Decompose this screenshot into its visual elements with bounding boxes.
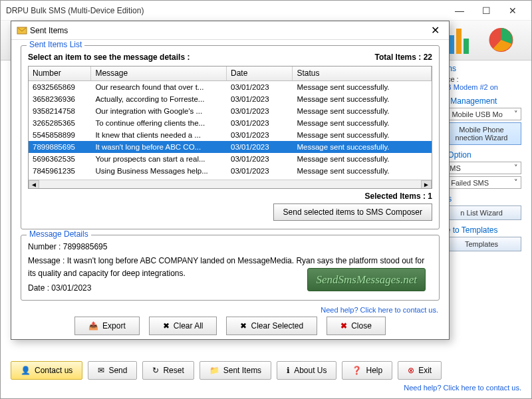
list-legend: Sent Items List	[27, 40, 84, 49]
details-fieldset: Message Details Number : 7899885695 Mess…	[21, 235, 440, 301]
send-button[interactable]: ✉Send	[88, 361, 137, 380]
device-dropdown[interactable]: S Mobile USB Mo˅	[442, 108, 521, 120]
dialog-help-link[interactable]: Need help? Click here to contact us.	[22, 306, 438, 314]
details-legend: Message Details	[27, 229, 91, 239]
info-icon: ℹ	[287, 366, 290, 375]
person-icon: 👤	[21, 366, 31, 375]
table-row[interactable]: 5545858899It knew that clients needed a …	[29, 129, 432, 141]
items-grid[interactable]: Number Message Date Status 6932565869Our…	[28, 66, 432, 189]
svg-rect-1	[449, 35, 454, 54]
dialog-close-btn[interactable]: ✖Close	[327, 317, 386, 335]
send-to-composer-button[interactable]: Send selected items to SMS Composer	[273, 203, 432, 221]
maximize-button[interactable]: ☐	[473, 1, 499, 21]
chevron-down-icon: ˅	[514, 164, 518, 172]
clear-selected-button[interactable]: ✖Clear Selected	[226, 317, 317, 335]
about-button[interactable]: ℹAbout Us	[277, 361, 336, 380]
col-number[interactable]: Number	[29, 66, 91, 80]
close-icon: ✖	[340, 321, 347, 331]
dialog-close-button[interactable]: ✕	[427, 24, 444, 37]
sent-items-icon	[17, 25, 27, 36]
svg-rect-2	[456, 29, 462, 54]
help-link[interactable]: Need help? Click here to contact us.	[11, 384, 521, 392]
bottom-toolbar: 👤Contact us ✉Send ↻Reset 📁Sent Items ℹAb…	[1, 358, 531, 395]
help-icon: ❓	[352, 366, 362, 375]
list-fieldset: Sent Items List Select an item to see th…	[21, 45, 440, 229]
table-row[interactable]: 6932565869Our research found that over t…	[29, 81, 432, 93]
dialog-titlebar: Sent Items ✕	[11, 21, 449, 40]
instruction-text: Select an item to see the message detail…	[28, 53, 190, 62]
main-titlebar: DRPU Bulk SMS (Multi-Device Edition) — ☐…	[1, 1, 531, 21]
scroll-right-arrow[interactable]: ►	[421, 180, 432, 189]
options-header: ions	[442, 64, 521, 73]
templates-header: ge to Templates	[442, 225, 521, 235]
table-row[interactable]: 3265285365To continue offering clients t…	[29, 117, 432, 129]
watermark: SendSmsMessages.net	[307, 268, 426, 291]
main-window: DRPU Bulk SMS (Multi-Device Edition) — ☐…	[0, 0, 532, 399]
exit-button[interactable]: ⊗Exit	[398, 361, 442, 380]
clear-selected-icon: ✖	[240, 321, 247, 331]
help-button[interactable]: ❓Help	[342, 361, 392, 380]
table-row[interactable]: 5696362535Your prospects can start a rea…	[29, 153, 432, 165]
failed-sms-dropdown[interactable]: n Failed SMS˅	[442, 176, 521, 189]
chevron-down-icon: ˅	[514, 178, 518, 187]
table-row[interactable]: 8956235485Conversational messaging, al..…	[29, 177, 432, 180]
folder-icon: 📁	[209, 366, 219, 375]
scroll-left-arrow[interactable]: ◄	[29, 180, 39, 189]
close-button[interactable]: ✕	[499, 1, 526, 21]
export-button[interactable]: 📤Export	[74, 317, 140, 335]
dialog-title: Sent Items	[30, 26, 427, 35]
export-icon: 📤	[88, 321, 98, 331]
detail-number: Number : 7899885695	[28, 241, 432, 253]
pie-chart-icon	[481, 25, 521, 55]
table-row[interactable]: 7899885695It wasn't long before ABC CO..…	[29, 141, 432, 153]
envelope-icon: ✉	[98, 366, 104, 375]
list-wizard-button[interactable]: n List Wizard	[442, 205, 521, 220]
right-panel: ions vice : SB Modem #2 on ta Management…	[442, 64, 521, 253]
table-row[interactable]: 7845961235Using Business Messages help..…	[29, 165, 432, 177]
sent-items-dialog: Sent Items ✕ Sent Items List Select an i…	[11, 21, 450, 340]
device-link[interactable]: SB Modem #2 on	[442, 83, 521, 91]
exit-icon: ⊗	[408, 366, 414, 375]
main-title: DRPU Bulk SMS (Multi-Device Edition)	[6, 6, 446, 15]
refresh-icon: ↻	[152, 366, 159, 375]
contact-us-button[interactable]: 👤Contact us	[11, 361, 82, 380]
reset-button[interactable]: ↻Reset	[142, 361, 194, 380]
templates-button[interactable]: Templates	[442, 237, 521, 251]
table-row[interactable]: 3658236936Actually, according to Forrest…	[29, 93, 432, 105]
svg-rect-3	[464, 39, 469, 54]
sent-items-button[interactable]: 📁Sent Items	[200, 361, 271, 380]
clear-all-button[interactable]: ✖Clear All	[149, 317, 217, 335]
col-status[interactable]: Status	[293, 66, 432, 80]
table-row[interactable]: 9358214758Our integration with Google's …	[29, 105, 432, 117]
selected-count: Selected Items : 1	[28, 192, 432, 201]
device-label: vice :	[442, 75, 521, 83]
total-items: Total Items : 22	[375, 53, 433, 62]
chevron-down-icon: ˅	[514, 110, 518, 118]
clear-icon: ✖	[163, 321, 170, 331]
connection-wizard-button[interactable]: Mobile Phone nnection Wizard	[442, 122, 521, 145]
col-message[interactable]: Message	[91, 66, 227, 80]
horizontal-scrollbar[interactable]: ◄ ►	[29, 180, 432, 189]
minimize-button[interactable]: —	[446, 1, 473, 21]
delay-header: y Option	[442, 150, 521, 160]
col-date[interactable]: Date	[227, 66, 293, 80]
management-header: ta Management	[442, 96, 521, 106]
files-header: les	[442, 194, 521, 203]
sms-dropdown[interactable]: SMS˅	[442, 162, 521, 174]
grid-header: Number Message Date Status	[29, 66, 432, 81]
